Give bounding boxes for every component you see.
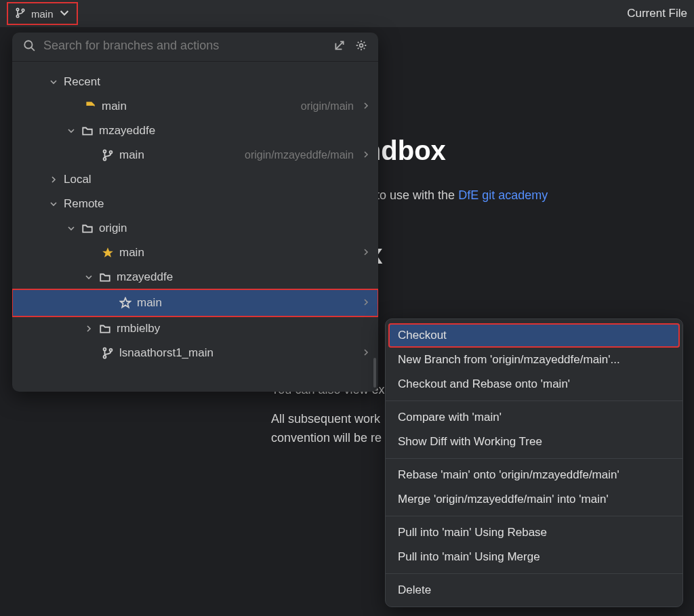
recent-folder-mzayeddfe[interactable]: mzayeddfe <box>12 119 378 143</box>
svg-point-1 <box>16 15 18 17</box>
ctx-pull-rebase[interactable]: Pull into 'main' Using Rebase <box>386 520 682 545</box>
folder-icon <box>81 222 94 234</box>
chevron-down-icon <box>59 7 70 20</box>
branch-icon <box>102 149 114 161</box>
ctx-merge[interactable]: Merge 'origin/mzayeddfe/main' into 'main… <box>386 487 682 512</box>
remote-origin-main[interactable]: main <box>12 241 378 265</box>
recent-item-main[interactable]: main origin/main <box>12 94 378 119</box>
ctx-checkout[interactable]: Checkout <box>388 323 680 348</box>
remote-origin[interactable]: origin <box>12 216 378 241</box>
chevron-down-icon <box>84 273 94 281</box>
section-remote[interactable]: Remote <box>12 192 378 216</box>
svg-point-4 <box>360 44 363 47</box>
current-file-label: Current File <box>627 7 687 20</box>
chevron-right-icon <box>362 148 370 162</box>
search-icon <box>22 38 37 53</box>
branch-selector-label: main <box>31 8 54 20</box>
branch-icon <box>15 7 26 20</box>
fetch-icon[interactable] <box>332 38 347 53</box>
search-row <box>12 33 378 58</box>
svg-point-5 <box>104 150 106 152</box>
ctx-new-branch[interactable]: New Branch from 'origin/mzayeddfe/main'.… <box>386 348 682 372</box>
chevron-right-icon <box>49 176 58 184</box>
star-icon <box>102 247 114 259</box>
svg-point-2 <box>22 9 24 11</box>
section-recent[interactable]: Recent <box>12 70 378 94</box>
chevron-right-icon <box>362 100 370 113</box>
branch-selector-button[interactable]: main <box>7 2 78 25</box>
svg-point-6 <box>104 158 106 161</box>
chevron-down-icon <box>66 224 76 232</box>
svg-point-3 <box>24 41 32 48</box>
search-input[interactable] <box>43 39 325 53</box>
ctx-delete[interactable]: Delete <box>386 578 682 602</box>
bookmark-icon <box>84 100 96 112</box>
context-menu: Checkout New Branch from 'origin/mzayedd… <box>385 319 683 607</box>
scrollbar[interactable] <box>373 358 376 388</box>
chevron-down-icon <box>66 127 76 135</box>
remote-folder-rmbielby[interactable]: rmbielby <box>12 316 378 341</box>
svg-point-10 <box>110 349 113 352</box>
ctx-checkout-rebase[interactable]: Checkout and Rebase onto 'main' <box>386 372 682 396</box>
chevron-right-icon <box>362 296 370 310</box>
ctx-compare[interactable]: Compare with 'main' <box>386 405 682 430</box>
chevron-right-icon <box>362 246 370 260</box>
svg-point-8 <box>104 348 106 350</box>
remote-folder-mzayeddfe[interactable]: mzayeddfe <box>12 265 378 289</box>
remote-branch-lsnaathorst[interactable]: lsnaathorst1_main <box>12 341 378 365</box>
folder-icon <box>99 271 111 283</box>
chevron-right-icon <box>362 346 370 360</box>
ctx-rebase[interactable]: Rebase 'main' onto 'origin/mzayeddfe/mai… <box>386 463 682 487</box>
recent-branch-mzayeddfe-main[interactable]: main origin/mzayeddfe/main <box>12 143 378 167</box>
chevron-down-icon <box>49 78 58 86</box>
remote-mzayeddfe-main[interactable]: main <box>12 289 378 316</box>
section-local[interactable]: Local <box>12 167 378 192</box>
folder-icon <box>99 323 111 335</box>
branch-icon <box>102 347 114 359</box>
star-outline-icon <box>119 297 131 309</box>
svg-point-9 <box>104 356 106 358</box>
folder-icon <box>81 125 94 137</box>
ctx-pull-merge[interactable]: Pull into 'main' Using Merge <box>386 545 682 569</box>
svg-point-0 <box>16 8 18 10</box>
branches-tree: Recent main origin/main mzayeddfe <box>12 67 378 392</box>
ctx-show-diff[interactable]: Show Diff with Working Tree <box>386 430 682 454</box>
chevron-down-icon <box>49 200 58 208</box>
branches-popup: Recent main origin/main mzayeddfe <box>12 33 378 392</box>
chevron-right-icon <box>84 325 94 333</box>
top-bar: main Current File <box>0 0 694 27</box>
link-git-academy[interactable]: DfE git academy <box>458 188 548 202</box>
gear-icon[interactable] <box>354 38 369 53</box>
svg-point-7 <box>110 151 113 154</box>
